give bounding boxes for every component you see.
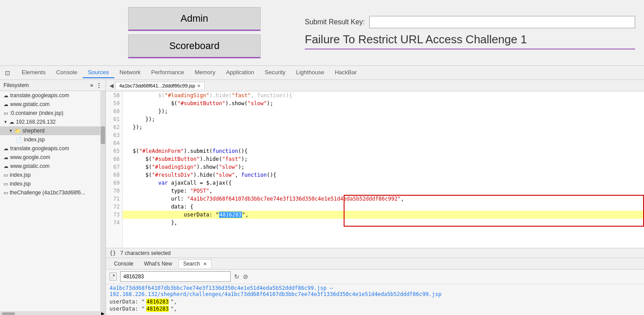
tab-elements[interactable]: Elements — [16, 67, 51, 78]
tab-hackbar[interactable]: HackBar — [330, 67, 362, 78]
result-highlight-1: 4816283 — [146, 299, 169, 305]
code-text-71: url: "4a1bc73dd68f64107db3bbc7ee74e3f133… — [126, 195, 404, 203]
search-bar: .* ↻ ⊘ — [106, 269, 644, 284]
line-num-63: 63 — [106, 131, 120, 139]
sidebar-menu-icon[interactable]: ⋮ — [96, 82, 102, 89]
cloud-icon: ☁ — [4, 155, 8, 160]
result-url: 192.168.226.132/shepherd/challenges/4a1b… — [110, 291, 441, 297]
sidebar-item-google[interactable]: ☁ www.google.com — [0, 153, 106, 162]
sidebar-item-translate-gapis2[interactable]: ☁ translate.googleapis.com — [0, 144, 106, 153]
code-viewer: 58 59 60 61 62 63 64 65 66 67 68 69 70 7… — [106, 91, 644, 248]
line-num-72: 72 — [106, 203, 120, 211]
admin-button[interactable]: Admin — [128, 7, 261, 31]
code-line-60: }); — [123, 107, 644, 115]
sidebar-hscrollbar[interactable]: ▶ — [0, 311, 106, 315]
code-line-72: data: { — [123, 203, 644, 211]
sidebar-item-gstatic[interactable]: ☁ www.gstatic.com — [0, 100, 106, 109]
sidebar-item-shepherd[interactable]: ▼ 📁 shepherd — [0, 126, 106, 135]
cloud-icon: ☁ — [4, 93, 8, 99]
tab-performance[interactable]: Performance — [146, 67, 189, 78]
line-num-62: 62 — [106, 123, 120, 131]
search-results-area: 4a1bc73dd68f64107db3bbc7ee74e3f1336d350c… — [106, 284, 644, 315]
status-bar: {} 7 characters selected — [106, 248, 644, 258]
tab-lighthouse[interactable]: Lighthouse — [291, 67, 330, 78]
cloud-icon: ☁ — [4, 102, 8, 107]
code-text-61: }); — [126, 115, 155, 123]
code-line-62: }); — [123, 123, 644, 131]
code-line-66: $("#submitButton").hide("fast"); — [123, 155, 644, 163]
sidebar-filesystem-label: Filesystem — [4, 82, 87, 88]
tab-search[interactable]: Search ✕ — [178, 259, 212, 268]
code-line-70: type: "POST", — [123, 187, 644, 195]
devtools-toggle-icon[interactable]: ⊡ — [2, 68, 13, 78]
line-num-73: 73 — [106, 211, 120, 219]
search-tab-close-icon[interactable]: ✕ — [203, 262, 207, 266]
sidebar-item-gstatic2[interactable]: ☁ www.gstatic.com — [0, 162, 106, 171]
line-num-65: 65 — [106, 147, 120, 155]
line-numbers: 58 59 60 61 62 63 64 65 66 67 68 69 70 7… — [106, 91, 123, 248]
code-line-59: $("#submitButton").show("slow"); — [123, 99, 644, 107]
result-text-2-prefix: userData: " — [110, 306, 144, 312]
tab-sources[interactable]: Sources — [83, 67, 114, 78]
scoreboard-button[interactable]: Scoreboard — [128, 34, 261, 58]
source-tab-close-icon[interactable]: ✕ — [197, 83, 201, 88]
sidebar-item-index-jsp[interactable]: 📄 index.jsp — [0, 135, 106, 144]
webpage-area: Admin Scoreboard Submit Result Key: Fail… — [0, 0, 644, 65]
tab-console-bottom[interactable]: Console — [110, 260, 138, 268]
file-outline-icon: ▭ — [4, 110, 8, 116]
tab-memory[interactable]: Memory — [189, 67, 221, 78]
line-num-64: 64 — [106, 139, 120, 147]
source-nav-back-icon[interactable]: ◀ — [110, 83, 114, 89]
chars-selected-label: 7 characters selected — [120, 250, 170, 256]
sidebar-item-challenge[interactable]: ▭ theChallenge (4a1bc73dd68f6... — [0, 188, 106, 197]
sidebar: Filesystem » ⋮ ☁ translate.googleapis.co… — [0, 80, 106, 315]
line-num-61: 61 — [106, 115, 120, 123]
left-buttons: Admin Scoreboard — [128, 7, 261, 58]
line-num-70: 70 — [106, 187, 120, 195]
line-num-68: 68 — [106, 171, 120, 179]
sidebar-item-container[interactable]: ▭ :0.container (index.jsp) — [0, 109, 106, 118]
folder-icon: 📁 — [15, 128, 21, 134]
code-line-73: userData: "4816283", — [123, 211, 644, 219]
tab-console[interactable]: Console — [51, 67, 83, 78]
code-text-70: type: "POST", — [126, 187, 212, 195]
chevron-down-icon: ▼ — [9, 129, 13, 133]
result-filename[interactable]: 4a1bc73dd68f64107db3bbc7ee74e3f1336d350c… — [110, 285, 326, 291]
line-num-67: 67 — [106, 163, 120, 171]
tab-application[interactable]: Application — [221, 67, 260, 78]
code-line-67: $("#loadingSign").show("slow"); — [123, 163, 644, 171]
tab-security[interactable]: Security — [259, 67, 291, 78]
code-line-58: $("#loadingSign").hide("fast", function(… — [123, 91, 644, 99]
code-text-65: $("#leAdminForm").submit(function(){ — [126, 147, 248, 155]
code-text-60: }); — [126, 107, 168, 115]
sidebar-item-translate-gapis[interactable]: ☁ translate.googleapis.com — [0, 91, 106, 100]
bottom-panel: Console What's New Search ✕ .* ↻ ⊘ 4a1bc… — [106, 258, 644, 315]
line-num-69: 69 — [106, 179, 120, 187]
tab-whats-new[interactable]: What's New — [140, 260, 177, 268]
chevron-down-icon: ▼ — [4, 120, 8, 124]
cloud-icon: ☁ — [4, 146, 8, 152]
sidebar-scroll-right-icon[interactable]: ▶ — [100, 311, 106, 315]
submit-key-row: Submit Result Key: — [305, 16, 635, 28]
source-tab-active[interactable]: 4a1bc73dd68f641...2dddf86c99.jsp ✕ — [115, 82, 205, 89]
search-input[interactable] — [120, 271, 231, 282]
line-num-66: 66 — [106, 155, 120, 163]
sidebar-item-index2[interactable]: ▭ index.jsp — [0, 171, 106, 179]
code-text-59: $("#submitButton").show("slow"); — [126, 99, 273, 107]
sidebar-item-192[interactable]: ▼ ☁ 192.168.226.132 — [0, 118, 106, 126]
search-regex-icon[interactable]: .* — [110, 273, 117, 281]
code-line-71: url: "4a1bc73dd68f64107db3bbc7ee74e3f133… — [123, 195, 644, 203]
sidebar-item-label: index.jsp — [10, 172, 30, 178]
line-num-74: 74 — [106, 219, 120, 227]
code-text-68: $("#resultsDiv").hide("slow", function()… — [126, 171, 277, 179]
sidebar-item-label: translate.googleapis.com — [10, 92, 69, 99]
line-num-59: 59 — [106, 99, 120, 107]
submit-key-input[interactable] — [369, 16, 635, 28]
tab-network[interactable]: Network — [114, 67, 146, 78]
sidebar-chevron-icon[interactable]: » — [90, 82, 93, 88]
sidebar-item-index3[interactable]: ▭ index.jsp — [0, 179, 106, 188]
cloud-icon: ☁ — [9, 119, 14, 125]
sidebar-scrollbar[interactable] — [100, 91, 106, 311]
search-refresh-button[interactable]: ↻ — [234, 273, 239, 280]
search-clear-button[interactable]: ⊘ — [243, 273, 248, 280]
